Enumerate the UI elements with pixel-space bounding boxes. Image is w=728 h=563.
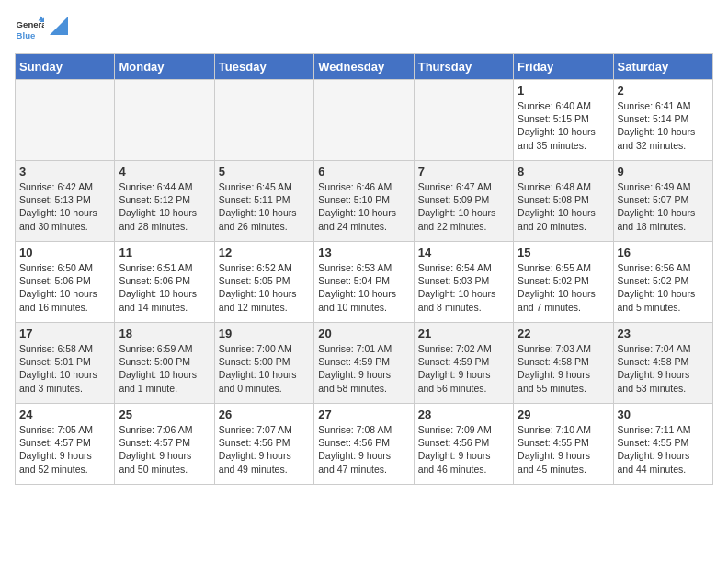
day-cell: 15Sunrise: 6:55 AM Sunset: 5:02 PM Dayli… bbox=[514, 242, 613, 323]
day-number: 20 bbox=[318, 327, 409, 340]
day-info: Sunrise: 7:07 AM Sunset: 4:56 PM Dayligh… bbox=[219, 423, 310, 476]
day-number: 28 bbox=[418, 408, 509, 421]
day-number: 18 bbox=[119, 327, 210, 340]
week-row-3: 10Sunrise: 6:50 AM Sunset: 5:06 PM Dayli… bbox=[16, 242, 713, 323]
day-number: 13 bbox=[318, 246, 409, 259]
day-info: Sunrise: 7:06 AM Sunset: 4:57 PM Dayligh… bbox=[119, 423, 210, 476]
logo-icon: General Blue bbox=[15, 15, 44, 44]
day-info: Sunrise: 7:04 AM Sunset: 4:58 PM Dayligh… bbox=[618, 342, 709, 395]
day-info: Sunrise: 7:10 AM Sunset: 4:55 PM Dayligh… bbox=[518, 423, 609, 476]
day-number: 26 bbox=[219, 408, 310, 421]
day-number: 29 bbox=[518, 408, 609, 421]
day-number: 23 bbox=[618, 327, 709, 340]
day-cell: 13Sunrise: 6:53 AM Sunset: 5:04 PM Dayli… bbox=[314, 242, 414, 323]
day-cell: 7Sunrise: 6:47 AM Sunset: 5:09 PM Daylig… bbox=[414, 161, 513, 242]
day-cell: 3Sunrise: 6:42 AM Sunset: 5:13 PM Daylig… bbox=[16, 161, 115, 242]
day-cell: 21Sunrise: 7:02 AM Sunset: 4:59 PM Dayli… bbox=[414, 323, 513, 404]
day-info: Sunrise: 6:40 AM Sunset: 5:15 PM Dayligh… bbox=[518, 99, 609, 152]
day-info: Sunrise: 7:02 AM Sunset: 4:59 PM Dayligh… bbox=[418, 342, 509, 395]
day-number: 11 bbox=[119, 246, 210, 259]
day-cell: 12Sunrise: 6:52 AM Sunset: 5:05 PM Dayli… bbox=[214, 242, 313, 323]
logo-triangle-icon bbox=[50, 17, 68, 35]
day-cell: 4Sunrise: 6:44 AM Sunset: 5:12 PM Daylig… bbox=[115, 161, 214, 242]
day-number: 24 bbox=[19, 408, 110, 421]
day-cell: 18Sunrise: 6:59 AM Sunset: 5:00 PM Dayli… bbox=[115, 323, 214, 404]
day-cell: 27Sunrise: 7:08 AM Sunset: 4:56 PM Dayli… bbox=[314, 404, 414, 485]
day-info: Sunrise: 6:50 AM Sunset: 5:06 PM Dayligh… bbox=[19, 261, 110, 314]
day-info: Sunrise: 6:53 AM Sunset: 5:04 PM Dayligh… bbox=[318, 261, 409, 314]
header-saturday: Saturday bbox=[613, 54, 712, 80]
week-row-1: 1Sunrise: 6:40 AM Sunset: 5:15 PM Daylig… bbox=[16, 80, 713, 161]
day-number: 1 bbox=[518, 84, 609, 98]
header-thursday: Thursday bbox=[414, 54, 513, 80]
day-info: Sunrise: 6:52 AM Sunset: 5:05 PM Dayligh… bbox=[219, 261, 310, 314]
day-number: 15 bbox=[518, 246, 609, 259]
week-row-2: 3Sunrise: 6:42 AM Sunset: 5:13 PM Daylig… bbox=[16, 161, 713, 242]
header-friday: Friday bbox=[514, 54, 613, 80]
day-cell bbox=[115, 80, 214, 161]
day-info: Sunrise: 7:00 AM Sunset: 5:00 PM Dayligh… bbox=[219, 342, 310, 395]
svg-text:General: General bbox=[17, 19, 44, 29]
day-cell: 5Sunrise: 6:45 AM Sunset: 5:11 PM Daylig… bbox=[214, 161, 313, 242]
day-cell: 14Sunrise: 6:54 AM Sunset: 5:03 PM Dayli… bbox=[414, 242, 513, 323]
day-number: 3 bbox=[19, 165, 110, 178]
day-cell: 1Sunrise: 6:40 AM Sunset: 5:15 PM Daylig… bbox=[514, 80, 613, 161]
day-cell bbox=[214, 80, 313, 161]
day-cell: 6Sunrise: 6:46 AM Sunset: 5:10 PM Daylig… bbox=[314, 161, 414, 242]
day-info: Sunrise: 7:11 AM Sunset: 4:55 PM Dayligh… bbox=[618, 423, 709, 476]
day-number: 27 bbox=[318, 408, 409, 421]
day-cell: 16Sunrise: 6:56 AM Sunset: 5:02 PM Dayli… bbox=[613, 242, 712, 323]
day-info: Sunrise: 6:59 AM Sunset: 5:00 PM Dayligh… bbox=[119, 342, 210, 395]
day-cell: 9Sunrise: 6:49 AM Sunset: 5:07 PM Daylig… bbox=[613, 161, 712, 242]
day-number: 16 bbox=[618, 246, 709, 259]
day-number: 6 bbox=[318, 165, 409, 178]
day-number: 10 bbox=[19, 246, 110, 259]
day-info: Sunrise: 6:58 AM Sunset: 5:01 PM Dayligh… bbox=[19, 342, 110, 395]
day-info: Sunrise: 6:47 AM Sunset: 5:09 PM Dayligh… bbox=[418, 180, 509, 233]
day-cell bbox=[314, 80, 414, 161]
logo: General Blue bbox=[15, 15, 68, 44]
svg-text:Blue: Blue bbox=[17, 30, 36, 40]
day-cell: 28Sunrise: 7:09 AM Sunset: 4:56 PM Dayli… bbox=[414, 404, 513, 485]
calendar-table: SundayMondayTuesdayWednesdayThursdayFrid… bbox=[15, 53, 713, 485]
header-sunday: Sunday bbox=[16, 54, 115, 80]
day-info: Sunrise: 6:45 AM Sunset: 5:11 PM Dayligh… bbox=[219, 180, 310, 233]
day-number: 25 bbox=[119, 408, 210, 421]
day-info: Sunrise: 6:56 AM Sunset: 5:02 PM Dayligh… bbox=[618, 261, 709, 314]
day-cell: 24Sunrise: 7:05 AM Sunset: 4:57 PM Dayli… bbox=[16, 404, 115, 485]
day-info: Sunrise: 7:08 AM Sunset: 4:56 PM Dayligh… bbox=[318, 423, 409, 476]
day-number: 19 bbox=[219, 327, 310, 340]
day-info: Sunrise: 6:55 AM Sunset: 5:02 PM Dayligh… bbox=[518, 261, 609, 314]
day-info: Sunrise: 7:05 AM Sunset: 4:57 PM Dayligh… bbox=[19, 423, 110, 476]
day-cell bbox=[16, 80, 115, 161]
day-info: Sunrise: 6:49 AM Sunset: 5:07 PM Dayligh… bbox=[618, 180, 709, 233]
svg-marker-4 bbox=[50, 17, 68, 35]
day-number: 8 bbox=[518, 165, 609, 178]
day-cell: 25Sunrise: 7:06 AM Sunset: 4:57 PM Dayli… bbox=[115, 404, 214, 485]
day-info: Sunrise: 6:48 AM Sunset: 5:08 PM Dayligh… bbox=[518, 180, 609, 233]
day-cell: 8Sunrise: 6:48 AM Sunset: 5:08 PM Daylig… bbox=[514, 161, 613, 242]
day-number: 9 bbox=[618, 165, 709, 178]
day-info: Sunrise: 7:01 AM Sunset: 4:59 PM Dayligh… bbox=[318, 342, 409, 395]
day-info: Sunrise: 6:41 AM Sunset: 5:14 PM Dayligh… bbox=[618, 99, 709, 152]
day-info: Sunrise: 6:51 AM Sunset: 5:06 PM Dayligh… bbox=[119, 261, 210, 314]
day-info: Sunrise: 6:46 AM Sunset: 5:10 PM Dayligh… bbox=[318, 180, 409, 233]
day-cell bbox=[414, 80, 513, 161]
day-info: Sunrise: 6:54 AM Sunset: 5:03 PM Dayligh… bbox=[418, 261, 509, 314]
day-number: 12 bbox=[219, 246, 310, 259]
day-info: Sunrise: 6:42 AM Sunset: 5:13 PM Dayligh… bbox=[19, 180, 110, 233]
day-info: Sunrise: 6:44 AM Sunset: 5:12 PM Dayligh… bbox=[119, 180, 210, 233]
header-tuesday: Tuesday bbox=[214, 54, 313, 80]
day-number: 7 bbox=[418, 165, 509, 178]
day-number: 30 bbox=[618, 408, 709, 421]
day-cell: 20Sunrise: 7:01 AM Sunset: 4:59 PM Dayli… bbox=[314, 323, 414, 404]
day-number: 2 bbox=[618, 84, 709, 98]
day-info: Sunrise: 7:03 AM Sunset: 4:58 PM Dayligh… bbox=[518, 342, 609, 395]
day-cell: 23Sunrise: 7:04 AM Sunset: 4:58 PM Dayli… bbox=[613, 323, 712, 404]
day-number: 21 bbox=[418, 327, 509, 340]
day-cell: 17Sunrise: 6:58 AM Sunset: 5:01 PM Dayli… bbox=[16, 323, 115, 404]
day-info: Sunrise: 7:09 AM Sunset: 4:56 PM Dayligh… bbox=[418, 423, 509, 476]
day-cell: 26Sunrise: 7:07 AM Sunset: 4:56 PM Dayli… bbox=[214, 404, 313, 485]
day-number: 17 bbox=[19, 327, 110, 340]
day-cell: 29Sunrise: 7:10 AM Sunset: 4:55 PM Dayli… bbox=[514, 404, 613, 485]
